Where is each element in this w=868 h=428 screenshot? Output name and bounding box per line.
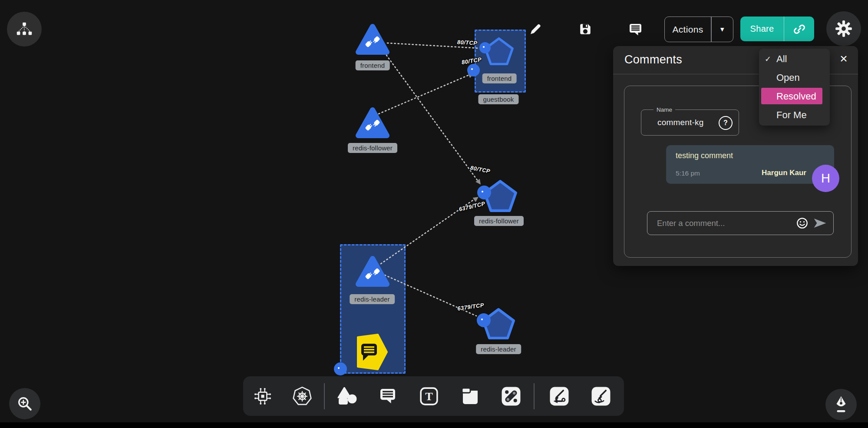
- port-circle[interactable]: [477, 186, 491, 199]
- filter-option-all[interactable]: ✓ All: [759, 50, 830, 68]
- toolbar-divider: [534, 383, 535, 409]
- save-icon: [578, 22, 592, 36]
- node-label: redis-follower: [474, 216, 524, 226]
- filter-option-open[interactable]: Open: [759, 68, 830, 87]
- node-label: frontend: [482, 73, 517, 83]
- comment-author: Hargun Kaur: [762, 169, 806, 177]
- share-label: Share: [740, 24, 784, 34]
- send-icon: [813, 218, 827, 228]
- node-redis-leader-service[interactable]: [355, 255, 390, 289]
- node-label: redis-follower: [348, 143, 397, 153]
- port-circle[interactable]: [479, 42, 491, 53]
- node-redis-follower-service[interactable]: [355, 107, 390, 141]
- filter-option-for-me[interactable]: For Me: [759, 106, 830, 124]
- close-icon: ×: [840, 52, 848, 65]
- panel-title: Comments: [624, 53, 682, 66]
- comment-input-wrap: [647, 211, 834, 235]
- edge-label: 80/TCP: [457, 39, 477, 46]
- service-triangle-icon: [355, 107, 390, 139]
- port-circle[interactable]: [467, 64, 480, 76]
- actions-label: Actions: [665, 24, 711, 35]
- gear-icon: [835, 20, 852, 37]
- comment-card[interactable]: testing comment 5:16 pm Hargun Kaur: [666, 145, 834, 184]
- node-label: redis-leader: [476, 344, 521, 354]
- comment-input[interactable]: [647, 212, 800, 235]
- frame-icon: [461, 387, 480, 405]
- pen-nib-icon: [833, 395, 849, 414]
- service-triangle-icon: [355, 255, 390, 288]
- comment-name-field[interactable]: Name comment-kg ?: [641, 109, 739, 136]
- edge-label: 6379/TCP: [458, 200, 486, 213]
- comment-text: testing comment: [676, 151, 733, 160]
- layout-tree-button[interactable]: [7, 12, 42, 46]
- zoom-in-icon: [17, 395, 33, 412]
- check-icon: ✓: [765, 54, 771, 64]
- copy-link-button[interactable]: [784, 23, 814, 36]
- name-field-value: comment-kg: [657, 110, 704, 135]
- tool-shapes-button[interactable]: [337, 387, 357, 405]
- chain-link-icon: [502, 386, 521, 406]
- tool-comment-button[interactable]: [379, 388, 397, 405]
- tool-architecture-button[interactable]: [253, 386, 273, 406]
- port-circle[interactable]: [334, 362, 347, 375]
- group-label: guestbook: [478, 94, 518, 104]
- text-glyph: T: [425, 390, 433, 403]
- pen-arrow-icon: [550, 386, 569, 406]
- help-button[interactable]: ?: [719, 116, 733, 130]
- avatar: H: [812, 165, 839, 192]
- edge-frontend-to-redis-follower: [386, 55, 480, 184]
- shapes-icon: [337, 387, 357, 405]
- tool-pencil-draw-button[interactable]: [591, 386, 611, 406]
- tool-kubernetes-button[interactable]: [292, 386, 313, 407]
- port-circle[interactable]: [477, 313, 491, 327]
- toolbar-divider: [324, 383, 325, 409]
- node-label: frontend: [356, 60, 390, 70]
- share-button[interactable]: Share: [740, 17, 814, 41]
- filter-option-resolved[interactable]: Resolved: [759, 87, 830, 106]
- circuit-icon: [253, 386, 273, 406]
- link-icon: [793, 23, 806, 36]
- arrowhead: [475, 179, 483, 186]
- pencil-icon: [528, 22, 542, 36]
- comment-icon: [379, 388, 397, 405]
- filter-option-label: Resolved: [776, 91, 816, 102]
- smiley-icon: [796, 217, 808, 229]
- actions-button[interactable]: Actions ▾: [664, 17, 733, 42]
- tool-connector-button[interactable]: [502, 386, 521, 406]
- filter-option-label: For Me: [776, 109, 807, 121]
- service-triangle-icon: [355, 23, 390, 56]
- zoom-button[interactable]: [9, 388, 40, 419]
- comment-marker[interactable]: [356, 334, 388, 372]
- comment-time: 5:16 pm: [676, 169, 700, 177]
- tool-frame-button[interactable]: [461, 387, 480, 405]
- comment-marker-icon: [356, 334, 388, 370]
- bottom-toolbar: T: [243, 376, 624, 416]
- node-label: redis-leader: [350, 294, 395, 304]
- comment-icon: [628, 23, 643, 36]
- filter-option-label: Open: [776, 72, 800, 83]
- edge-label: 6379/TCP: [457, 302, 484, 312]
- edit-button[interactable]: [528, 22, 543, 36]
- bottom-letterbox: [0, 422, 868, 428]
- tree-icon: [14, 20, 34, 39]
- edge-redis-follower-svc-to-guestbook: [379, 74, 472, 114]
- pen-tool-button[interactable]: [825, 389, 857, 420]
- avatar-initial: H: [821, 171, 830, 186]
- emoji-button[interactable]: [796, 217, 808, 231]
- comments-toggle-button[interactable]: [628, 22, 643, 37]
- chevron-down-icon[interactable]: ▾: [712, 25, 733, 34]
- text-tool-icon: T: [419, 387, 439, 406]
- diagram-canvas[interactable]: frontend frontend guestbook redis-follow…: [0, 0, 868, 428]
- help-icon: ?: [723, 119, 728, 127]
- kubernetes-icon: [292, 386, 313, 407]
- send-comment-button[interactable]: [813, 218, 827, 230]
- comments-filter-menu: ✓ All Open Resolved For Me: [759, 49, 830, 126]
- tool-pen-arrow-button[interactable]: [550, 386, 569, 406]
- save-button[interactable]: [578, 22, 593, 36]
- close-panel-button[interactable]: ×: [836, 51, 851, 66]
- pencil-scribble-icon: [591, 386, 611, 406]
- edge-label: 80/TCP: [470, 164, 491, 175]
- node-frontend-service[interactable]: [355, 23, 390, 57]
- tool-text-button[interactable]: T: [419, 387, 439, 406]
- settings-button[interactable]: [826, 11, 861, 46]
